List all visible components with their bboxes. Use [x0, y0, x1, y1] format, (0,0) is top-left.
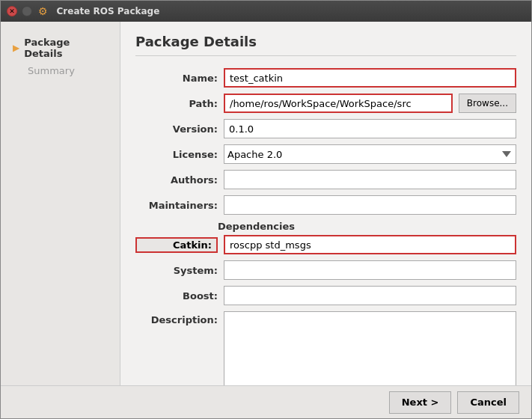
authors-label: Authors: — [135, 174, 218, 186]
close-button[interactable]: ✕ — [7, 6, 17, 16]
titlebar: ✕ ⚙ Create ROS Package — [1, 1, 531, 22]
system-row: System: — [135, 260, 516, 280]
description-label: Description: — [135, 311, 218, 325]
window: ✕ ⚙ Create ROS Package ▶ Package Details… — [0, 0, 532, 419]
authors-row: Authors: — [135, 170, 516, 189]
maintainers-input[interactable] — [224, 195, 516, 215]
boost-label: Boost: — [135, 290, 218, 302]
authors-input[interactable] — [224, 170, 516, 189]
version-label: Version: — [135, 123, 218, 135]
next-button[interactable]: Next > — [389, 391, 452, 414]
sidebar-package-details-label: Package Details — [24, 37, 108, 59]
sidebar: ▶ Package Details Summary — [1, 22, 120, 385]
content-area: ▶ Package Details Summary Package Detail… — [1, 22, 531, 385]
path-row: Path: Browse... — [135, 94, 516, 113]
panel-title: Package Details — [135, 34, 516, 56]
boost-input[interactable] — [224, 286, 516, 305]
sidebar-item-summary[interactable]: Summary — [7, 62, 114, 79]
license-row: License: Apache 2.0 MIT BSD GPLv3 LGPLv3 — [135, 144, 516, 164]
window-title: Create ROS Package — [57, 6, 160, 16]
name-row: Name: — [135, 68, 516, 88]
name-input[interactable] — [224, 68, 516, 88]
license-label: License: — [135, 149, 218, 160]
license-select[interactable]: Apache 2.0 MIT BSD GPLv3 LGPLv3 — [224, 144, 516, 164]
arrow-icon: ▶ — [13, 43, 19, 53]
path-label: Path: — [135, 98, 218, 109]
dependencies-section-label: Dependencies — [135, 221, 516, 232]
sidebar-summary-label: Summary — [28, 65, 75, 76]
version-row: Version: — [135, 119, 516, 138]
description-textarea[interactable] — [224, 311, 516, 385]
catkin-row: Catkin: — [135, 235, 516, 254]
maintainers-label: Maintainers: — [135, 200, 218, 211]
sidebar-item-package-details[interactable]: ▶ Package Details — [7, 34, 114, 62]
ros-icon: ⚙ — [38, 5, 48, 17]
catkin-input[interactable] — [224, 235, 516, 254]
system-input[interactable] — [224, 260, 516, 280]
cancel-button[interactable]: Cancel — [457, 391, 519, 414]
browse-button[interactable]: Browse... — [459, 94, 516, 113]
system-label: System: — [135, 265, 218, 276]
maintainers-row: Maintainers: — [135, 195, 516, 215]
main-panel: Package Details Name: Path: Browse... Ve… — [120, 22, 531, 385]
boost-row: Boost: — [135, 286, 516, 305]
name-label: Name: — [135, 73, 218, 84]
catkin-label: Catkin: — [135, 237, 218, 253]
version-input[interactable] — [224, 119, 516, 138]
footer: Next > Cancel — [1, 385, 531, 418]
description-row: Description: — [135, 311, 516, 385]
minimize-button[interactable] — [22, 6, 32, 16]
path-input[interactable] — [224, 94, 453, 113]
